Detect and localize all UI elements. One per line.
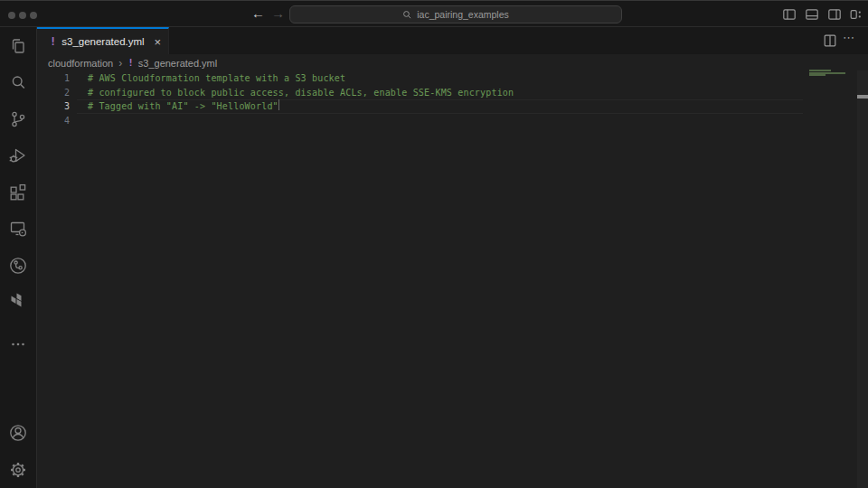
customize-layout-icon[interactable] [849, 7, 863, 22]
tab-close-icon[interactable]: × [154, 36, 161, 48]
window-zoom-button[interactable] [30, 12, 37, 19]
command-center-text: iac_pairing_examples [417, 9, 509, 20]
tab-label: s3_generated.yml [61, 36, 144, 47]
line-number: 2 [37, 86, 70, 100]
split-editor-icon[interactable] [823, 33, 837, 48]
tab-bar: ! s3_generated.yml × ⋯ [37, 27, 868, 54]
search-icon [402, 10, 412, 20]
activity-bar-more[interactable] [0, 333, 36, 356]
text-cursor [278, 99, 280, 110]
line-number: 4 [37, 114, 70, 128]
window-minimize-button[interactable] [19, 12, 26, 19]
more-icon [7, 333, 29, 355]
minimap-line [809, 74, 826, 76]
code-editor[interactable]: 1# AWS Cloudformation template with a S3… [37, 71, 856, 488]
window-close-button[interactable] [8, 12, 15, 19]
nav-forward-icon[interactable]: → [271, 1, 285, 28]
line-number: 1 [37, 71, 70, 86]
line-text: # configured to block public access, dis… [88, 86, 514, 100]
title-bar: ← → iac_pairing_examples [0, 0, 868, 27]
breadcrumb-file[interactable]: s3_generated.yml [138, 58, 217, 69]
activity-bar-run-debug[interactable] [0, 144, 36, 167]
activity-bar-accounts[interactable] [0, 421, 36, 445]
settings-icon [7, 459, 29, 481]
overview-ruler-cursor-mark [857, 95, 868, 99]
activity-bar-source-control[interactable] [0, 108, 36, 131]
activity-bar-remote-explorer[interactable] [0, 217, 36, 240]
line-text: # Tagged with "AI" -> "HelloWorld" [88, 99, 278, 114]
yaml-file-icon: ! [50, 35, 56, 48]
command-center-search[interactable]: iac_pairing_examples [289, 5, 622, 23]
editor-group: ! s3_generated.yml × ⋯ cloudformation › … [37, 27, 868, 488]
explorer-icon [7, 35, 29, 57]
activity-bar-extensions[interactable] [0, 181, 36, 204]
remote-explorer-icon [7, 218, 29, 239]
breadcrumb: cloudformation › ! s3_generated.yml [37, 54, 868, 71]
minimap[interactable] [809, 70, 859, 84]
activity-bar [0, 27, 37, 488]
code-line-3[interactable]: 3# Tagged with "AI" -> "HelloWorld" [37, 99, 856, 114]
nav-back-icon[interactable]: ← [251, 1, 265, 28]
line-text: # AWS Cloudformation template with a S3 … [88, 71, 345, 86]
tab-s3_generated-yml[interactable]: ! s3_generated.yml × [37, 27, 169, 54]
activity-bar-terraform[interactable] [0, 289, 36, 313]
activity-bar-settings[interactable] [0, 458, 36, 482]
scrollbar[interactable] [857, 70, 868, 488]
breadcrumb-separator: › [118, 57, 122, 70]
line-number: 3 [37, 99, 70, 114]
code-line-2[interactable]: 2# configured to block public access, di… [37, 86, 856, 100]
accounts-icon [7, 422, 29, 444]
toggle-panel-icon[interactable] [805, 7, 819, 22]
toggle-primary-sidebar-icon[interactable] [782, 7, 797, 22]
editor-more-actions-icon[interactable]: ⋯ [843, 31, 855, 44]
terraform-icon [7, 290, 29, 312]
toggle-secondary-sidebar-icon[interactable] [827, 7, 842, 22]
code-line-4[interactable]: 4 [37, 114, 856, 128]
run-debug-icon [7, 145, 29, 166]
search-icon [7, 71, 29, 93]
gitlens-icon [7, 255, 29, 277]
code-line-1[interactable]: 1# AWS Cloudformation template with a S3… [37, 71, 856, 86]
activity-bar-explorer[interactable] [0, 34, 36, 58]
yaml-file-icon: ! [127, 57, 134, 69]
breadcrumb-folder[interactable]: cloudformation [48, 58, 113, 69]
activity-bar-gitlens[interactable] [0, 254, 36, 277]
activity-bar-search[interactable] [0, 70, 36, 94]
extensions-icon [7, 182, 29, 203]
source-control-icon [7, 108, 29, 130]
